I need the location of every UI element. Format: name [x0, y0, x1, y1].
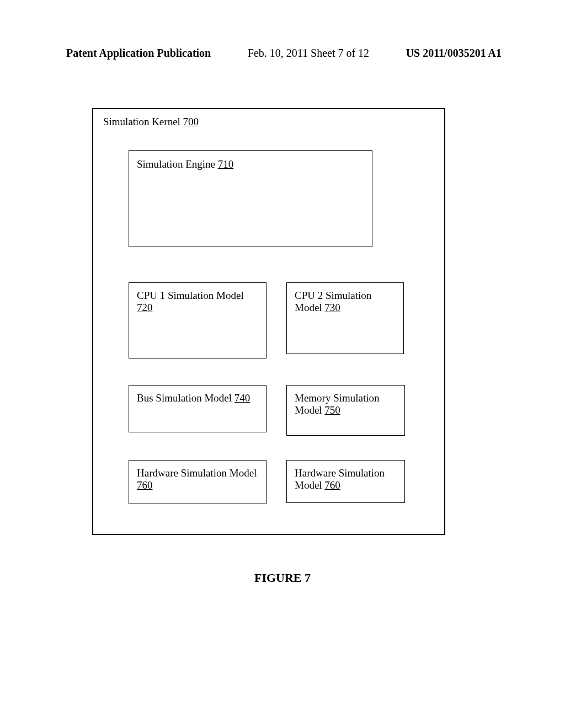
- cpu1-label-ref: 720: [137, 302, 153, 313]
- figure-label: FIGURE 7: [0, 571, 565, 585]
- simulation-kernel-box: Simulation Kernel 700 Simulation Engine …: [92, 108, 445, 535]
- bus-label-text: Bus Simulation Model: [137, 392, 234, 404]
- hardware1-label-ref: 760: [137, 479, 153, 491]
- cpu1-simulation-model-box: CPU 1 Simulation Model 720: [129, 282, 266, 358]
- memory-label-ref: 750: [324, 404, 340, 416]
- header-patent-number: US 2011/0035201 A1: [406, 47, 502, 60]
- hardware1-label-text: Hardware Simulation Model: [137, 467, 257, 479]
- hardware-simulation-model-box-2: Hardware Simulation Model 760: [286, 460, 405, 503]
- row-bus-memory-models: Bus Simulation Model 740 Memory Simulati…: [129, 385, 421, 436]
- kernel-label-ref: 700: [183, 116, 199, 127]
- hardware2-label-ref: 760: [324, 479, 340, 491]
- hardware-simulation-model-box-1: Hardware Simulation Model 760: [129, 460, 266, 504]
- engine-label-text: Simulation Engine: [137, 158, 218, 170]
- bus-simulation-model-box: Bus Simulation Model 740: [129, 385, 266, 432]
- engine-label-ref: 710: [218, 158, 234, 170]
- cpu1-label-text: CPU 1 Simulation Model: [137, 290, 244, 301]
- header-publication: Patent Application Publication: [66, 47, 211, 60]
- row-hardware-models: Hardware Simulation Model 760 Hardware S…: [129, 460, 421, 504]
- cpu2-label-ref: 730: [324, 302, 340, 313]
- kernel-label: Simulation Kernel 700: [103, 116, 199, 128]
- kernel-label-text: Simulation Kernel: [103, 116, 183, 127]
- memory-simulation-model-box: Memory Simulation Model 750: [286, 385, 405, 436]
- page-header: Patent Application Publication Feb. 10, …: [0, 47, 565, 60]
- header-date-sheet: Feb. 10, 2011 Sheet 7 of 12: [248, 47, 369, 60]
- simulation-engine-box: Simulation Engine 710: [129, 150, 372, 247]
- bus-label-ref: 740: [234, 392, 250, 404]
- cpu2-simulation-model-box: CPU 2 Simulation Model 730: [286, 282, 404, 354]
- row-cpu-models: CPU 1 Simulation Model 720 CPU 2 Simulat…: [129, 282, 421, 358]
